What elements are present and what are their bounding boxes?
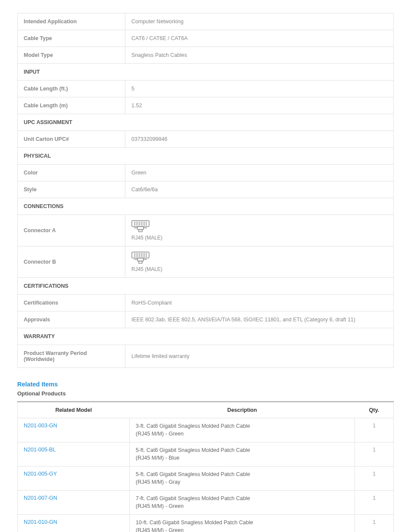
- rj45-icon: [131, 220, 149, 233]
- spec-row-value: 1.52: [125, 97, 393, 114]
- related-qty: 1: [355, 515, 394, 532]
- related-items-heading: Related Items: [17, 381, 394, 388]
- svg-rect-9: [137, 227, 143, 230]
- spec-row-value: Lifetime limited warranty: [125, 345, 393, 367]
- related-model-cell: N201-003-GN: [18, 418, 130, 442]
- spec-row-label: Intended Application: [18, 13, 125, 30]
- spec-row-label: Cable Type: [18, 30, 125, 47]
- spec-row-value: Cat6/6e/6a: [125, 181, 393, 198]
- spec-section-header: UPC ASSIGNMENT: [18, 114, 393, 131]
- spec-row-value: IEEE 802.3ab, IEEE 802.5, ANSI/EIA/TIA 5…: [125, 311, 393, 328]
- related-qty: 1: [355, 491, 394, 515]
- spec-row-label: Color: [18, 165, 125, 181]
- optional-products-heading: Optional Products: [17, 390, 394, 397]
- related-model-cell: N201-007-GN: [18, 491, 130, 515]
- related-qty: 1: [355, 418, 394, 442]
- related-description: 5-ft. Cat6 Gigabit Snagless Molded Patch…: [130, 467, 355, 491]
- spec-row-value: Snagless Patch Cables: [125, 47, 393, 64]
- related-description: 3-ft. Cat6 Gigabit Snagless Molded Patch…: [130, 418, 355, 442]
- related-model-cell: N201-010-GN: [18, 515, 130, 532]
- svg-rect-22: [137, 258, 143, 261]
- related-model-link[interactable]: N201-005-GY: [24, 471, 57, 477]
- related-model-cell: N201-005-GY: [18, 467, 130, 491]
- connector-label: RJ45 (MALE): [131, 266, 162, 272]
- related-qty: 1: [355, 442, 394, 467]
- spec-row-label: Cable Length (m): [18, 97, 125, 114]
- specifications-table: Intended ApplicationComputer NetworkingC…: [17, 13, 394, 368]
- spec-row-value: Green: [125, 165, 393, 181]
- svg-rect-23: [139, 261, 142, 263]
- table-row: N201-005-BL5-ft. Cat6 Gigabit Snagless M…: [18, 442, 394, 467]
- spec-row-label: Cable Length (ft.): [18, 81, 125, 97]
- rj45-icon: [131, 252, 149, 264]
- connector-label: RJ45 (MALE): [131, 235, 162, 241]
- related-model-link[interactable]: N201-010-GN: [24, 519, 57, 525]
- related-model-link[interactable]: N201-007-GN: [24, 495, 57, 501]
- table-row: N201-010-GN10-ft. Cat6 Gigabit Snagless …: [18, 515, 394, 532]
- related-description: 10-ft. Cat6 Gigabit Snagless Molded Patc…: [130, 515, 355, 532]
- spec-row-label: Unit Carton UPC#: [18, 131, 125, 148]
- column-header-qty: Qty.: [355, 402, 394, 418]
- spec-section-header: INPUT: [18, 64, 393, 81]
- table-row: N201-005-GY5-ft. Cat6 Gigabit Snagless M…: [18, 467, 394, 491]
- spec-row-label: Model Type: [18, 47, 125, 64]
- spec-section-header: WARRANTY: [18, 328, 393, 345]
- spec-row-value: RJ45 (MALE): [125, 246, 393, 278]
- table-row: N201-003-GN3-ft. Cat6 Gigabit Snagless M…: [18, 418, 394, 442]
- spec-section-header: CONNECTIONS: [18, 198, 393, 215]
- spec-row-value: Computer Networking: [125, 13, 393, 30]
- spec-row-label: Connector B: [18, 246, 125, 278]
- related-qty: 1: [355, 467, 394, 491]
- spec-row-value: 5: [125, 81, 393, 97]
- spec-row-value: CAT6 / CAT6E / CAT6A: [125, 30, 393, 47]
- spec-row-value: RoHS-Compliant: [125, 295, 393, 311]
- spec-section-header: CERTIFICATIONS: [18, 278, 393, 295]
- related-description: 5-ft. Cat6 Gigabit Snagless Molded Patch…: [130, 442, 355, 467]
- spec-row-value: RJ45 (MALE): [125, 215, 393, 246]
- spec-row-label: Product Warranty Period (Worldwide): [18, 345, 125, 367]
- column-header-model: Related Model: [18, 402, 130, 418]
- table-row: N201-007-GN7-ft. Cat6 Gigabit Snagless M…: [18, 491, 394, 515]
- svg-rect-10: [139, 230, 142, 232]
- spec-row-label: Certifications: [18, 295, 125, 311]
- related-model-cell: N201-005-BL: [18, 442, 130, 467]
- spec-section-header: PHYSICAL: [18, 148, 393, 165]
- spec-row-label: Connector A: [18, 215, 125, 246]
- spec-row-label: Approvals: [18, 311, 125, 328]
- related-model-link[interactable]: N201-005-BL: [24, 447, 56, 453]
- spec-row-value: 037332099846: [125, 131, 393, 148]
- related-products-table: Related Model Description Qty. N201-003-…: [17, 401, 394, 532]
- related-model-link[interactable]: N201-003-GN: [24, 423, 57, 429]
- related-description: 7-ft. Cat6 Gigabit Snagless Molded Patch…: [130, 491, 355, 515]
- column-header-description: Description: [130, 402, 355, 418]
- spec-row-label: Style: [18, 181, 125, 198]
